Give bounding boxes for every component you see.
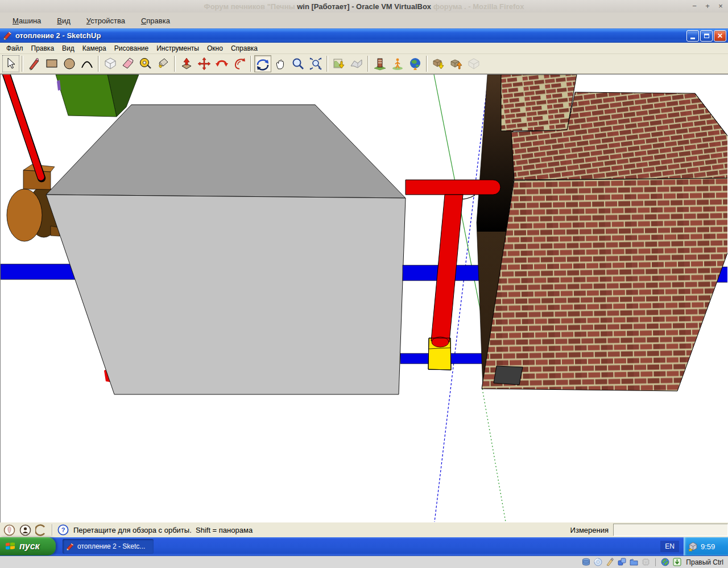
help-icon[interactable]: ? xyxy=(57,524,69,536)
pencil-icon xyxy=(27,57,41,71)
sketchup-titlebar: отопление 2 - SketchUp ✕ xyxy=(0,28,728,43)
claim-icon[interactable] xyxy=(35,524,47,536)
language-indicator[interactable]: EN xyxy=(660,541,679,552)
taskbar-item-sketchup[interactable]: отопление 2 - Sketc... xyxy=(63,539,154,554)
host-close-button[interactable]: × xyxy=(717,2,725,10)
get-models-icon xyxy=(432,57,445,71)
host-titlebar: Форум печников "Печны win [Работает] - O… xyxy=(0,0,728,13)
sketchup-3d-viewport[interactable] xyxy=(0,74,728,522)
menu-camera[interactable]: Камера xyxy=(78,43,110,53)
menu-tools[interactable]: Инструменты xyxy=(152,43,203,53)
sketchup-restore-button[interactable] xyxy=(700,30,713,42)
paint-bucket-icon xyxy=(156,57,170,71)
toggle-terrain-tool-button[interactable] xyxy=(348,55,365,72)
paint-bucket-tool-button[interactable] xyxy=(155,55,172,72)
rectangle-tool-button[interactable] xyxy=(43,55,60,72)
geolocation-icon[interactable] xyxy=(3,524,15,536)
red-pipe-end-cap xyxy=(432,337,449,347)
shared-folder-icon[interactable] xyxy=(630,558,638,566)
rectangle-icon xyxy=(45,57,59,71)
circle-tool-button[interactable] xyxy=(61,55,78,72)
cleanout-door xyxy=(494,366,523,385)
sketchup-statusbar: ? Перетащите для обзора с орбиты. Shift … xyxy=(0,522,728,537)
building-icon xyxy=(373,57,387,71)
vm-statusbar: V Правый Ctrl xyxy=(0,555,728,568)
arc-tool-button[interactable] xyxy=(78,55,96,72)
windows-logo-icon xyxy=(5,541,16,552)
measurements-input[interactable] xyxy=(613,524,728,536)
sketchup-close-button[interactable]: ✕ xyxy=(714,30,726,42)
menu-machine[interactable]: Машина xyxy=(6,15,48,27)
virtualbox-menubar: Машина Вид Устройства Справка xyxy=(0,13,728,28)
component-cube-icon xyxy=(104,57,117,71)
background-window-title-right: форума . - Mozilla Firefox xyxy=(433,2,524,11)
menu-window[interactable]: Окно xyxy=(203,43,227,53)
brick-stove xyxy=(482,75,727,391)
get-models-tool-button[interactable] xyxy=(430,55,447,72)
blue-pipe-left xyxy=(1,264,76,279)
orbit-tool-button[interactable] xyxy=(254,55,271,72)
model-scene xyxy=(1,75,727,522)
google-earth-tool-button[interactable] xyxy=(407,55,424,72)
background-window-title-left: Форум печников "Печны xyxy=(204,2,295,11)
mouse-integration-icon[interactable] xyxy=(661,558,669,566)
svg-text:?: ? xyxy=(61,526,65,533)
model-figure-tool-button[interactable] xyxy=(389,55,406,72)
pan-tool-button[interactable] xyxy=(272,55,289,72)
host-key-label: Правый Ctrl xyxy=(686,558,723,566)
auto-resize-icon[interactable] xyxy=(673,558,681,566)
sketchup-menubar: Файл Правка Вид Камера Рисование Инструм… xyxy=(0,43,728,54)
minimize-icon xyxy=(690,38,695,39)
clock[interactable]: 9:59 xyxy=(701,542,715,551)
svg-text:V: V xyxy=(645,561,647,564)
terrain-icon xyxy=(350,57,363,71)
select-tool-button[interactable] xyxy=(2,55,19,72)
restore-icon xyxy=(704,34,709,38)
hdd-icon[interactable] xyxy=(582,558,590,566)
measurements-label: Измерения xyxy=(570,526,609,534)
menu-file[interactable]: Файл xyxy=(2,43,27,53)
network-icon[interactable] xyxy=(618,558,626,566)
rotate-tool-button[interactable] xyxy=(213,55,230,72)
menu-draw[interactable]: Рисование xyxy=(110,43,152,53)
figure-icon xyxy=(391,57,404,71)
sketchup-window-title: отопление 2 - SketchUp xyxy=(15,31,686,40)
offset-tool-button[interactable] xyxy=(231,55,248,72)
zoom-tool-button[interactable] xyxy=(289,55,307,72)
add-location-icon xyxy=(332,57,346,71)
green-axis-dotted-line xyxy=(482,389,506,522)
menu-help[interactable]: Справка xyxy=(134,15,177,27)
circle-icon xyxy=(63,57,76,71)
status-hint-text: Перетащите для обзора с орбиты. Shift = … xyxy=(73,526,570,534)
virtualization-chip-icon: V xyxy=(642,558,650,566)
tray-cube-icon[interactable] xyxy=(688,542,698,551)
host-minimize-button[interactable]: − xyxy=(690,2,698,10)
menu-help2[interactable]: Справка xyxy=(227,43,262,53)
pan-hand-icon xyxy=(274,57,287,71)
credits-icon[interactable] xyxy=(19,524,31,536)
sketchup-toolbar xyxy=(0,54,728,74)
tape-measure-tool-button[interactable] xyxy=(137,55,154,72)
move-tool-button[interactable] xyxy=(196,55,213,72)
menu-view[interactable]: Вид xyxy=(50,15,77,27)
push-pull-tool-button[interactable] xyxy=(178,55,195,72)
brick-chimney xyxy=(501,75,577,131)
host-maximize-button[interactable]: + xyxy=(704,2,712,10)
sketchup-minimize-button[interactable] xyxy=(686,30,699,42)
usb-pen-icon[interactable] xyxy=(606,558,614,566)
vm-window-title: win [Работает] - Oracle VM VirtualBox xyxy=(297,2,431,11)
zoom-extents-tool-button[interactable] xyxy=(307,55,324,72)
menu-devices[interactable]: Устройства xyxy=(80,15,132,27)
photo-textures-tool-button[interactable] xyxy=(371,55,388,72)
menu-view2[interactable]: Вид xyxy=(58,43,78,53)
menu-edit[interactable]: Правка xyxy=(27,43,59,53)
taskbar-item-label: отопление 2 - Sketc... xyxy=(77,542,145,550)
line-tool-button[interactable] xyxy=(26,55,43,72)
make-component-tool-button[interactable] xyxy=(102,55,119,72)
optical-disc-icon[interactable] xyxy=(594,558,602,566)
share-model-icon xyxy=(449,57,463,71)
share-model-tool-button[interactable] xyxy=(448,55,465,72)
eraser-tool-button[interactable] xyxy=(119,55,136,72)
start-button[interactable]: пуск xyxy=(0,537,56,555)
add-location-tool-button[interactable] xyxy=(330,55,348,72)
